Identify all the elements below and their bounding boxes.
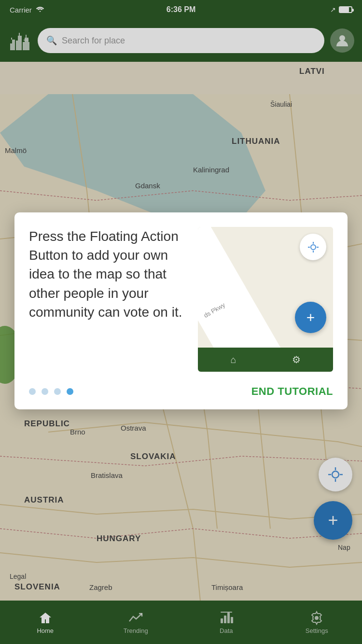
tutorial-image: ds Pkwy + ⌂ ⚙ xyxy=(198,227,333,372)
end-tutorial-button[interactable]: END TUTORIAL xyxy=(251,385,333,398)
mini-fab-button: + xyxy=(295,302,326,333)
tutorial-dot-1 xyxy=(29,388,36,395)
mini-bottom-bar: ⌂ ⚙ xyxy=(198,348,333,372)
tutorial-dot-2 xyxy=(42,388,48,395)
tutorial-footer: END TUTORIAL xyxy=(29,385,333,398)
tutorial-text: Press the Floating Action Button to add … xyxy=(29,227,188,372)
tutorial-card: Press the Floating Action Button to add … xyxy=(14,212,348,409)
tutorial-dots xyxy=(29,388,73,395)
mini-location-button xyxy=(300,234,326,260)
tutorial-dot-4 xyxy=(67,388,73,395)
svg-point-19 xyxy=(311,245,316,250)
tutorial-dot-3 xyxy=(54,388,61,395)
tutorial-content: Press the Floating Action Button to add … xyxy=(29,227,333,372)
mini-settings-icon: ⚙ xyxy=(292,354,301,365)
mini-home-icon: ⌂ xyxy=(230,354,236,365)
